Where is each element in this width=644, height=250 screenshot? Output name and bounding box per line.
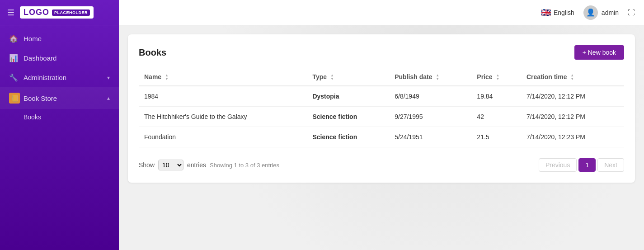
home-icon: 🏠: [9, 34, 18, 43]
new-book-button[interactable]: + New book: [574, 45, 624, 60]
bookstore-icon-box: 📒: [9, 93, 20, 104]
sidebar-nav: 🏠 Home 📊 Dashboard 🔧 Administration ▾ 📒 …: [0, 25, 119, 129]
show-label: Show: [139, 161, 155, 169]
sort-icon-type[interactable]: ▲▼: [330, 74, 334, 81]
sort-icon-creation-time[interactable]: ▲▼: [570, 74, 574, 81]
table-row: 1984 Dystopia 6/8/1949 19.84 7/14/2020, …: [139, 86, 624, 107]
books-card: Books + New book Name ▲▼ Type ▲▼: [128, 34, 635, 183]
sort-icon-price[interactable]: ▲▼: [496, 74, 500, 81]
cell-price: 21.5: [471, 127, 521, 147]
sidebar-item-dashboard-label: Dashboard: [24, 54, 110, 62]
bookstore-icon: 📒: [9, 93, 18, 104]
sidebar-item-bookstore[interactable]: 📒 Book Store ▴: [0, 87, 119, 109]
cell-name: The Hitchhiker's Guide to the Galaxy: [139, 107, 307, 127]
sidebar-item-home[interactable]: 🏠 Home: [0, 29, 119, 48]
col-publish-date: Publish date ▲▼: [389, 69, 471, 86]
cell-name: Foundation: [139, 127, 307, 147]
cell-price: 42: [471, 107, 521, 127]
sidebar-item-books-label: Books: [24, 113, 41, 121]
user-menu[interactable]: 👤 admin: [583, 5, 619, 20]
chevron-up-icon: ▴: [107, 95, 110, 101]
cell-name: 1984: [139, 86, 307, 107]
col-price: Price ▲▼: [471, 69, 521, 86]
sidebar-item-books[interactable]: Books: [0, 109, 119, 125]
sidebar: ☰ LOGO PLACEHOLDER 🏠 Home 📊 Dashboard 🔧 …: [0, 0, 119, 250]
cell-publish-date: 5/24/1951: [389, 127, 471, 147]
topbar: 🇬🇧 English 👤 admin ⛶: [119, 0, 644, 25]
expand-icon[interactable]: ⛶: [628, 9, 635, 17]
table-footer: Show 10 25 50 100 entries Showing 1 to 3…: [139, 158, 624, 172]
col-type: Type ▲▼: [307, 69, 389, 86]
logo-placeholder: PLACEHOLDER: [52, 9, 90, 16]
chevron-down-icon: ▾: [107, 75, 110, 81]
pagination: Previous 1 Next: [539, 158, 624, 172]
next-button[interactable]: Next: [597, 158, 624, 172]
wrench-icon: 🔧: [9, 73, 18, 82]
cell-type: Science fiction: [307, 127, 389, 147]
logo-text: LOGO: [24, 8, 49, 17]
sort-icon-name[interactable]: ▲▼: [165, 74, 169, 81]
page-title: Books: [139, 47, 166, 58]
cell-publish-date: 9/27/1995: [389, 107, 471, 127]
page-1-button[interactable]: 1: [578, 158, 596, 172]
sidebar-header: ☰ LOGO PLACEHOLDER: [0, 0, 119, 25]
entries-select[interactable]: 10 25 50 100: [158, 160, 183, 170]
cell-publish-date: 6/8/1949: [389, 86, 471, 107]
hamburger-icon[interactable]: ☰: [7, 8, 14, 18]
previous-button[interactable]: Previous: [539, 158, 577, 172]
sidebar-item-home-label: Home: [24, 35, 110, 42]
col-creation-time: Creation time ▲▼: [521, 69, 624, 86]
flag-icon: 🇬🇧: [541, 8, 551, 18]
username-label: admin: [602, 9, 619, 16]
cell-type: Dystopia: [307, 86, 389, 107]
sidebar-item-administration[interactable]: 🔧 Administration ▾: [0, 68, 119, 87]
main-area: 🇬🇧 English 👤 admin ⛶ Books + New book Na…: [119, 0, 644, 250]
sidebar-item-administration-label: Administration: [24, 74, 102, 81]
books-table: Name ▲▼ Type ▲▼ Publish date ▲▼ Price: [139, 69, 624, 147]
table-header: Name ▲▼ Type ▲▼ Publish date ▲▼ Price: [139, 69, 624, 86]
sort-icon-publish-date[interactable]: ▲▼: [436, 74, 439, 81]
cell-price: 19.84: [471, 86, 521, 107]
col-name: Name ▲▼: [139, 69, 307, 86]
cell-creation-time: 7/14/2020, 12:12 PM: [521, 107, 624, 127]
sidebar-item-dashboard[interactable]: 📊 Dashboard: [0, 48, 119, 68]
user-avatar: 👤: [583, 5, 598, 20]
table-body: 1984 Dystopia 6/8/1949 19.84 7/14/2020, …: [139, 86, 624, 147]
table-row: Foundation Science fiction 5/24/1951 21.…: [139, 127, 624, 147]
dashboard-icon: 📊: [9, 54, 18, 62]
language-selector[interactable]: 🇬🇧 English: [541, 8, 574, 18]
card-header: Books + New book: [139, 45, 624, 60]
logo-box: LOGO PLACEHOLDER: [20, 6, 94, 19]
sidebar-item-bookstore-label: Book Store: [24, 94, 102, 102]
cell-type: Science fiction: [307, 107, 389, 127]
language-label: English: [554, 9, 574, 16]
entries-label: entries: [187, 161, 206, 169]
main-content: Books + New book Name ▲▼ Type ▲▼: [119, 25, 644, 250]
cell-creation-time: 7/14/2020, 12:12 PM: [521, 86, 624, 107]
entries-control: Show 10 25 50 100 entries Showing 1 to 3…: [139, 160, 279, 170]
table-row: The Hitchhiker's Guide to the Galaxy Sci…: [139, 107, 624, 127]
cell-creation-time: 7/14/2020, 12:23 PM: [521, 127, 624, 147]
showing-info: Showing 1 to 3 of 3 entries: [210, 162, 279, 169]
